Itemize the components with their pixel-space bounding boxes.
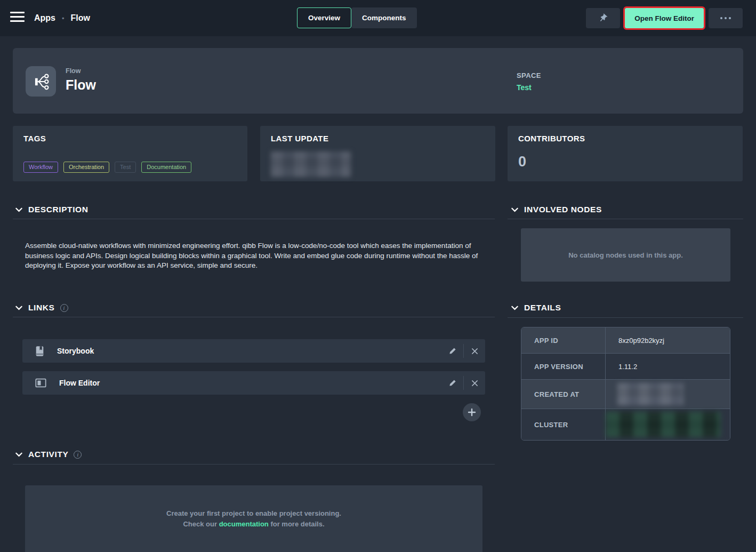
activity-info-icon[interactable]: i: [74, 451, 82, 459]
app-overview-page: Apps • Flow Overview Components Open Flo…: [0, 0, 756, 552]
detail-value: 1.11.2: [605, 354, 730, 379]
topbar: Apps • Flow Overview Components Open Flo…: [0, 0, 756, 36]
involved-nodes-empty-card: No catalog nodes used in this app.: [521, 228, 730, 282]
tag-orchestration[interactable]: Orchestration: [63, 162, 109, 173]
tab-components[interactable]: Components: [351, 7, 417, 28]
more-options-button[interactable]: [709, 8, 743, 28]
activity-line2-prefix: Check our: [183, 520, 219, 528]
app-header-card: Flow Flow SPACE Test: [13, 48, 743, 114]
involved-nodes-empty-message: No catalog nodes used in this app.: [568, 251, 683, 259]
contributors-title: CONTRIBUTORS: [518, 134, 585, 143]
breadcrumb-separator: •: [62, 14, 65, 22]
tag-test[interactable]: Test: [115, 162, 136, 173]
description-body: Assemble cloud-native workflows with min…: [25, 241, 481, 271]
links-title: LINKS: [28, 303, 55, 313]
details-divider: [508, 317, 743, 318]
pencil-icon: [449, 379, 456, 387]
detail-label: CREATED AT: [521, 380, 605, 409]
open-flow-editor-highlight: Open Flow Editor: [623, 6, 705, 30]
link-label[interactable]: Storybook: [57, 347, 94, 355]
detail-value-redacted: [605, 409, 730, 440]
page-title: Flow: [66, 77, 96, 93]
table-row-created-at: CREATED AT: [521, 380, 730, 409]
details-table: APP ID 8xz0p92b2kyzj APP VERSION 1.11.2 …: [521, 327, 730, 441]
detail-label: CLUSTER: [521, 409, 605, 440]
chevron-down-icon[interactable]: [15, 304, 23, 312]
topbar-actions: Open Flow Editor: [586, 6, 743, 30]
involved-nodes-header: INVOLVED NODES: [511, 205, 602, 214]
involved-nodes-title: INVOLVED NODES: [524, 205, 602, 214]
last-update-title: LAST UPDATE: [271, 134, 328, 143]
details-title: DETAILS: [524, 303, 561, 313]
space-block: SPACE Test: [517, 71, 541, 92]
detail-label: APP ID: [521, 327, 605, 353]
link-actions: [442, 371, 485, 395]
remove-link-button[interactable]: [464, 339, 485, 363]
details-header: DETAILS: [511, 303, 561, 313]
activity-empty-line2: Check our documentation for more details…: [25, 519, 482, 530]
close-icon: [471, 380, 478, 387]
link-row-flow-editor[interactable]: Flow Editor: [22, 371, 485, 395]
edit-link-button[interactable]: [442, 339, 463, 363]
link-actions: [442, 339, 485, 363]
link-label[interactable]: Flow Editor: [59, 379, 100, 387]
space-link[interactable]: Test: [517, 83, 541, 92]
pin-button[interactable]: [586, 8, 620, 28]
last-update-redacted-value: [271, 151, 351, 177]
detail-value: 8xz0p92b2kyzj: [605, 327, 730, 353]
activity-empty-line1: Create your first project to enable proj…: [25, 508, 482, 519]
table-row-app-id: APP ID 8xz0p92b2kyzj: [521, 327, 730, 354]
activity-title: ACTIVITY: [28, 450, 68, 459]
activity-divider: [13, 464, 495, 465]
links-divider: [13, 317, 495, 317]
ellipsis-icon: [720, 17, 731, 19]
documentation-link[interactable]: documentation: [219, 520, 269, 528]
chevron-down-icon[interactable]: [15, 206, 23, 214]
table-row-cluster: CLUSTER: [521, 409, 730, 440]
open-flow-editor-button[interactable]: Open Flow Editor: [625, 8, 704, 28]
app-type-label: Flow: [66, 67, 81, 75]
pencil-icon: [449, 347, 456, 355]
created-at-redacted-value: [617, 383, 683, 405]
activity-header: ACTIVITY i: [15, 450, 82, 459]
link-row-storybook[interactable]: Storybook: [22, 339, 485, 363]
tab-group: Overview Components: [297, 7, 417, 28]
description-title: DESCRIPTION: [28, 205, 89, 214]
breadcrumb: Apps • Flow: [34, 0, 90, 36]
chevron-down-icon[interactable]: [15, 451, 23, 459]
tag-list: Workflow Orchestration Test Documentatio…: [23, 162, 191, 173]
breadcrumb-apps[interactable]: Apps: [34, 13, 55, 23]
chevron-down-icon[interactable]: [511, 206, 519, 214]
tag-workflow[interactable]: Workflow: [23, 162, 58, 173]
chevron-down-icon[interactable]: [511, 304, 519, 312]
edit-link-button[interactable]: [442, 371, 463, 395]
book-icon: [35, 346, 44, 357]
tags-title: TAGS: [23, 134, 46, 143]
tag-documentation[interactable]: Documentation: [141, 162, 191, 173]
close-icon: [471, 348, 478, 355]
description-header: DESCRIPTION: [15, 205, 89, 214]
activity-empty-card: Create your first project to enable proj…: [25, 485, 482, 552]
contributors-count: 0: [518, 154, 526, 170]
layout-icon: [35, 378, 46, 388]
hamburger-menu-icon[interactable]: [10, 12, 25, 24]
cluster-redacted-value: [606, 412, 721, 437]
flow-app-icon: [26, 66, 56, 97]
activity-line2-suffix: for more details.: [269, 520, 325, 528]
detail-label: APP VERSION: [521, 354, 605, 379]
breadcrumb-current: Flow: [71, 13, 90, 23]
detail-value-redacted: [605, 380, 730, 409]
last-update-card: LAST UPDATE: [260, 126, 495, 181]
plus-icon: [468, 408, 476, 417]
links-info-icon[interactable]: i: [60, 304, 68, 312]
add-link-button[interactable]: [463, 403, 481, 421]
links-header: LINKS i: [15, 303, 68, 313]
involved-nodes-divider: [508, 219, 743, 219]
remove-link-button[interactable]: [464, 371, 485, 395]
tab-overview[interactable]: Overview: [297, 7, 351, 28]
pin-icon: [597, 11, 610, 25]
description-divider: [13, 219, 495, 219]
contributors-card: CONTRIBUTORS 0: [508, 126, 743, 181]
space-label: SPACE: [517, 71, 541, 79]
table-row-app-version: APP VERSION 1.11.2: [521, 354, 730, 380]
